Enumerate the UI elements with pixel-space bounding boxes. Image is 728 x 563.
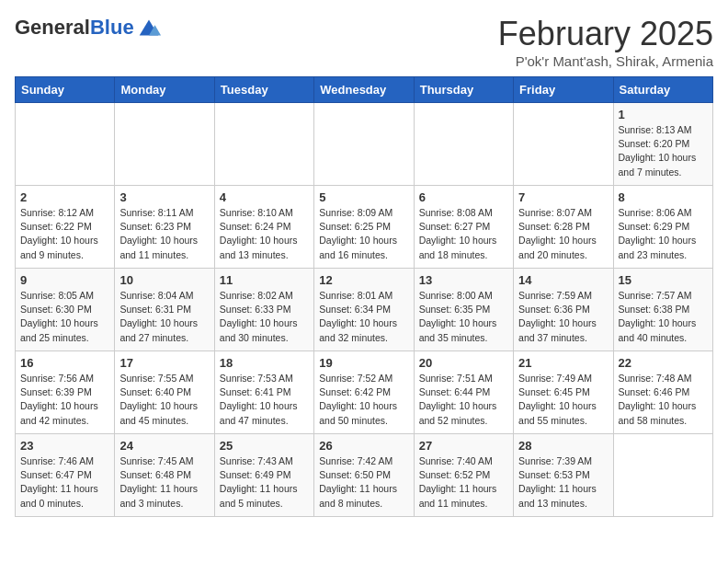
day-info: Sunrise: 8:12 AM Sunset: 6:22 PM Dayligh… bbox=[20, 206, 109, 262]
day-number: 5 bbox=[319, 190, 408, 204]
calendar-cell: 9Sunrise: 8:05 AM Sunset: 6:30 PM Daylig… bbox=[16, 269, 115, 351]
day-info: Sunrise: 8:08 AM Sunset: 6:27 PM Dayligh… bbox=[419, 206, 508, 262]
day-info: Sunrise: 7:39 AM Sunset: 6:53 PM Dayligh… bbox=[518, 454, 608, 511]
calendar-cell: 24Sunrise: 7:45 AM Sunset: 6:48 PM Dayli… bbox=[115, 434, 214, 517]
calendar-cell: 28Sunrise: 7:39 AM Sunset: 6:53 PM Dayli… bbox=[514, 434, 613, 517]
logo-blue-text: Blue bbox=[90, 16, 134, 39]
page-header: GeneralBlue February 2025 P'ok'r Mant'as… bbox=[15, 15, 713, 69]
day-number: 14 bbox=[518, 273, 608, 287]
day-info: Sunrise: 8:01 AM Sunset: 6:34 PM Dayligh… bbox=[319, 289, 408, 345]
day-number: 23 bbox=[20, 439, 109, 453]
calendar-cell: 27Sunrise: 7:40 AM Sunset: 6:52 PM Dayli… bbox=[414, 434, 513, 517]
day-number: 6 bbox=[419, 190, 508, 204]
calendar-cell: 18Sunrise: 7:53 AM Sunset: 6:41 PM Dayli… bbox=[214, 351, 313, 434]
day-header-monday: Monday bbox=[115, 77, 214, 103]
day-info: Sunrise: 8:09 AM Sunset: 6:25 PM Dayligh… bbox=[319, 206, 408, 262]
day-info: Sunrise: 8:00 AM Sunset: 6:35 PM Dayligh… bbox=[419, 289, 508, 345]
day-info: Sunrise: 7:49 AM Sunset: 6:45 PM Dayligh… bbox=[518, 372, 608, 428]
calendar-cell: 2Sunrise: 8:12 AM Sunset: 6:22 PM Daylig… bbox=[16, 186, 115, 269]
day-info: Sunrise: 8:07 AM Sunset: 6:28 PM Dayligh… bbox=[518, 206, 608, 262]
day-number: 20 bbox=[419, 356, 508, 370]
day-info: Sunrise: 8:06 AM Sunset: 6:29 PM Dayligh… bbox=[619, 206, 708, 262]
calendar-cell bbox=[514, 103, 613, 186]
day-info: Sunrise: 7:45 AM Sunset: 6:48 PM Dayligh… bbox=[119, 454, 209, 511]
day-info: Sunrise: 8:13 AM Sunset: 6:20 PM Dayligh… bbox=[619, 123, 708, 179]
calendar-cell: 4Sunrise: 8:10 AM Sunset: 6:24 PM Daylig… bbox=[214, 186, 313, 269]
day-header-wednesday: Wednesday bbox=[314, 77, 414, 103]
day-number: 15 bbox=[619, 273, 708, 287]
calendar-cell: 5Sunrise: 8:09 AM Sunset: 6:25 PM Daylig… bbox=[314, 186, 414, 269]
day-info: Sunrise: 7:51 AM Sunset: 6:44 PM Dayligh… bbox=[419, 372, 508, 428]
day-number: 1 bbox=[619, 108, 708, 121]
day-header-saturday: Saturday bbox=[613, 77, 712, 103]
calendar-cell: 6Sunrise: 8:08 AM Sunset: 6:27 PM Daylig… bbox=[414, 186, 513, 269]
calendar-cell bbox=[314, 103, 414, 186]
day-info: Sunrise: 7:43 AM Sunset: 6:49 PM Dayligh… bbox=[220, 454, 309, 511]
day-number: 4 bbox=[220, 190, 309, 204]
day-number: 11 bbox=[220, 273, 309, 287]
calendar-cell: 10Sunrise: 8:04 AM Sunset: 6:31 PM Dayli… bbox=[115, 269, 214, 351]
calendar-cell: 8Sunrise: 8:06 AM Sunset: 6:29 PM Daylig… bbox=[613, 186, 712, 269]
calendar-cell: 1Sunrise: 8:13 AM Sunset: 6:20 PM Daylig… bbox=[613, 103, 712, 186]
day-header-sunday: Sunday bbox=[16, 77, 115, 103]
calendar-cell: 15Sunrise: 7:57 AM Sunset: 6:38 PM Dayli… bbox=[613, 269, 712, 351]
day-number: 25 bbox=[220, 439, 309, 453]
day-number: 18 bbox=[220, 356, 309, 370]
calendar-cell: 3Sunrise: 8:11 AM Sunset: 6:23 PM Daylig… bbox=[115, 186, 214, 269]
day-info: Sunrise: 8:05 AM Sunset: 6:30 PM Dayligh… bbox=[20, 289, 109, 345]
day-info: Sunrise: 7:55 AM Sunset: 6:40 PM Dayligh… bbox=[119, 372, 209, 428]
calendar-week-row: 2Sunrise: 8:12 AM Sunset: 6:22 PM Daylig… bbox=[16, 186, 713, 269]
calendar-cell bbox=[115, 103, 214, 186]
calendar-cell: 26Sunrise: 7:42 AM Sunset: 6:50 PM Dayli… bbox=[314, 434, 414, 517]
calendar-cell: 22Sunrise: 7:48 AM Sunset: 6:46 PM Dayli… bbox=[613, 351, 712, 434]
day-number: 3 bbox=[119, 190, 209, 204]
day-number: 9 bbox=[20, 273, 109, 287]
calendar-cell: 11Sunrise: 8:02 AM Sunset: 6:33 PM Dayli… bbox=[214, 269, 313, 351]
calendar-cell: 25Sunrise: 7:43 AM Sunset: 6:49 PM Dayli… bbox=[214, 434, 313, 517]
logo-icon bbox=[136, 15, 162, 40]
calendar-cell: 14Sunrise: 7:59 AM Sunset: 6:36 PM Dayli… bbox=[514, 269, 613, 351]
calendar-cell: 21Sunrise: 7:49 AM Sunset: 6:45 PM Dayli… bbox=[514, 351, 613, 434]
day-number: 24 bbox=[119, 439, 209, 453]
day-header-friday: Friday bbox=[514, 77, 613, 103]
day-number: 17 bbox=[119, 356, 209, 370]
day-info: Sunrise: 7:59 AM Sunset: 6:36 PM Dayligh… bbox=[518, 289, 608, 345]
day-info: Sunrise: 8:10 AM Sunset: 6:24 PM Dayligh… bbox=[220, 206, 309, 262]
day-number: 26 bbox=[319, 439, 408, 453]
location-subtitle: P'ok'r Mant'ash, Shirak, Armenia bbox=[498, 53, 713, 69]
day-info: Sunrise: 7:48 AM Sunset: 6:46 PM Dayligh… bbox=[619, 372, 708, 428]
logo-general-text: General bbox=[15, 16, 90, 39]
day-info: Sunrise: 8:02 AM Sunset: 6:33 PM Dayligh… bbox=[220, 289, 309, 345]
month-title: February 2025 bbox=[498, 15, 713, 53]
calendar-cell: 17Sunrise: 7:55 AM Sunset: 6:40 PM Dayli… bbox=[115, 351, 214, 434]
day-info: Sunrise: 7:52 AM Sunset: 6:42 PM Dayligh… bbox=[319, 372, 408, 428]
day-number: 22 bbox=[619, 356, 708, 370]
title-block: February 2025 P'ok'r Mant'ash, Shirak, A… bbox=[498, 15, 713, 69]
calendar-cell: 12Sunrise: 8:01 AM Sunset: 6:34 PM Dayli… bbox=[314, 269, 414, 351]
calendar-cell bbox=[214, 103, 313, 186]
day-info: Sunrise: 7:42 AM Sunset: 6:50 PM Dayligh… bbox=[319, 454, 408, 511]
calendar-cell: 7Sunrise: 8:07 AM Sunset: 6:28 PM Daylig… bbox=[514, 186, 613, 269]
day-number: 21 bbox=[518, 356, 608, 370]
day-info: Sunrise: 7:53 AM Sunset: 6:41 PM Dayligh… bbox=[220, 372, 309, 428]
calendar-cell: 16Sunrise: 7:56 AM Sunset: 6:39 PM Dayli… bbox=[16, 351, 115, 434]
day-header-tuesday: Tuesday bbox=[214, 77, 313, 103]
calendar-cell: 13Sunrise: 8:00 AM Sunset: 6:35 PM Dayli… bbox=[414, 269, 513, 351]
day-info: Sunrise: 8:04 AM Sunset: 6:31 PM Dayligh… bbox=[119, 289, 209, 345]
calendar-cell: 19Sunrise: 7:52 AM Sunset: 6:42 PM Dayli… bbox=[314, 351, 414, 434]
calendar-week-row: 23Sunrise: 7:46 AM Sunset: 6:47 PM Dayli… bbox=[16, 434, 713, 517]
calendar-cell bbox=[16, 103, 115, 186]
day-number: 2 bbox=[20, 190, 109, 204]
calendar-cell: 23Sunrise: 7:46 AM Sunset: 6:47 PM Dayli… bbox=[16, 434, 115, 517]
day-number: 12 bbox=[319, 273, 408, 287]
day-info: Sunrise: 7:40 AM Sunset: 6:52 PM Dayligh… bbox=[419, 454, 508, 511]
day-info: Sunrise: 7:46 AM Sunset: 6:47 PM Dayligh… bbox=[20, 454, 109, 511]
calendar-cell bbox=[613, 434, 712, 517]
calendar-cell: 20Sunrise: 7:51 AM Sunset: 6:44 PM Dayli… bbox=[414, 351, 513, 434]
calendar-week-row: 9Sunrise: 8:05 AM Sunset: 6:30 PM Daylig… bbox=[16, 269, 713, 351]
calendar-table: SundayMondayTuesdayWednesdayThursdayFrid… bbox=[15, 76, 713, 517]
day-number: 8 bbox=[619, 190, 708, 204]
calendar-cell bbox=[414, 103, 513, 186]
day-number: 28 bbox=[518, 439, 608, 453]
logo: GeneralBlue bbox=[15, 15, 162, 40]
